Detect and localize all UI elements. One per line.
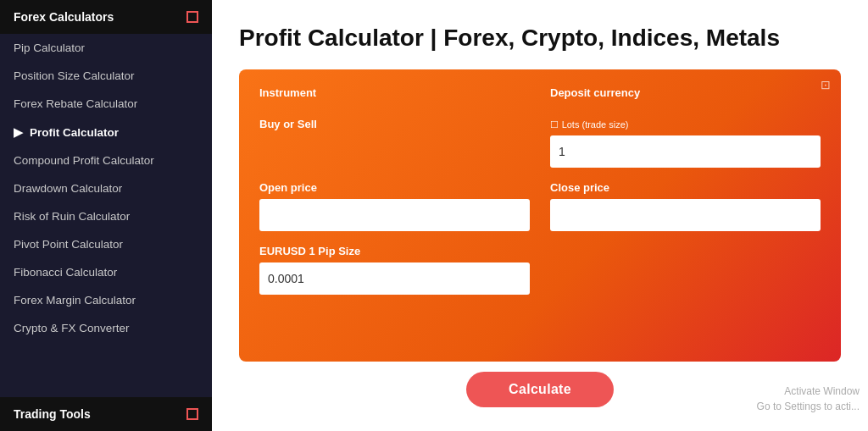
instrument-col: Instrument	[259, 86, 530, 104]
pip-size-col: EURUSD 1 Pip Size	[259, 245, 530, 295]
windows-watermark-line2: Go to Settings to acti...	[757, 399, 860, 414]
sidebar-item-label-forex-margin-calculator: Forex Margin Calculator	[14, 294, 136, 307]
sidebar-item-label-pivot-point-calculator: Pivot Point Calculator	[14, 238, 123, 251]
open-price-col: Open price	[259, 181, 530, 231]
active-arrow-icon: ▶	[14, 125, 23, 139]
sidebar-item-compound-profit-calculator[interactable]: Compound Profit Calculator	[0, 146, 212, 174]
calculate-button[interactable]: Calculate	[466, 372, 614, 407]
sidebar-item-label-drawdown-calculator: Drawdown Calculator	[14, 182, 122, 195]
page-title: Profit Calculator | Forex, Crypto, Indic…	[239, 24, 841, 52]
sidebar-item-fibonacci-calculator[interactable]: Fibonacci Calculator	[0, 258, 212, 286]
instrument-row: Instrument Deposit currency	[259, 86, 821, 104]
sidebar-footer[interactable]: Trading Tools	[0, 397, 212, 431]
lots-label: ☐ Lots (trade size)	[550, 118, 821, 130]
buy-sell-row: Buy or Sell ☐ Lots (trade size)	[259, 118, 821, 168]
sidebar-item-label-compound-profit-calculator: Compound Profit Calculator	[14, 154, 154, 167]
windows-watermark: Activate Window Go to Settings to acti..…	[757, 384, 860, 414]
deposit-currency-label: Deposit currency	[550, 86, 821, 99]
open-price-input[interactable]	[259, 199, 530, 231]
pip-size-row: EURUSD 1 Pip Size	[259, 245, 821, 295]
sidebar-item-profit-calculator[interactable]: ▶Profit Calculator	[0, 118, 212, 146]
sidebar-item-label-pip-calculator: Pip Calculator	[14, 41, 85, 54]
main-content: Profit Calculator | Forex, Crypto, Indic…	[212, 0, 868, 431]
sidebar-item-forex-margin-calculator[interactable]: Forex Margin Calculator	[0, 286, 212, 314]
sidebar-item-crypto-fx-converter[interactable]: Crypto & FX Converter	[0, 314, 212, 342]
sidebar-item-label-fibonacci-calculator: Fibonacci Calculator	[14, 266, 117, 279]
expand-icon[interactable]: ⊡	[821, 78, 831, 91]
sidebar-item-drawdown-calculator[interactable]: Drawdown Calculator	[0, 174, 212, 202]
sidebar-item-label-position-size-calculator: Position Size Calculator	[14, 69, 135, 82]
sidebar-item-forex-rebate-calculator[interactable]: Forex Rebate Calculator	[0, 90, 212, 118]
open-price-label: Open price	[259, 181, 530, 194]
sidebar: Forex Calculators Pip CalculatorPosition…	[0, 0, 212, 431]
sidebar-footer-label: Trading Tools	[14, 407, 91, 421]
close-price-input[interactable]	[550, 199, 821, 231]
lots-input[interactable]	[550, 135, 821, 168]
pip-size-label: EURUSD 1 Pip Size	[259, 245, 530, 257]
sidebar-item-position-size-calculator[interactable]: Position Size Calculator	[0, 62, 212, 90]
sidebar-item-pivot-point-calculator[interactable]: Pivot Point Calculator	[0, 230, 212, 258]
sidebar-item-risk-of-ruin-calculator[interactable]: Risk of Ruin Calculator	[0, 202, 212, 230]
price-row: Open price Close price	[259, 181, 821, 231]
sidebar-header-icon	[186, 11, 198, 23]
sidebar-item-pip-calculator[interactable]: Pip Calculator	[0, 34, 212, 62]
calculate-button-row: Calculate	[239, 372, 841, 407]
close-price-col: Close price	[550, 181, 821, 231]
pip-size-input[interactable]	[259, 262, 530, 295]
close-price-label: Close price	[550, 181, 821, 194]
sidebar-header[interactable]: Forex Calculators	[0, 0, 212, 34]
sidebar-footer-icon	[186, 408, 198, 420]
lots-label-text: Lots (trade size)	[562, 119, 629, 130]
instrument-label: Instrument	[259, 86, 530, 99]
windows-watermark-line1: Activate Window	[757, 384, 860, 399]
sidebar-header-label: Forex Calculators	[14, 10, 114, 24]
buy-sell-col: Buy or Sell	[259, 118, 530, 168]
sidebar-item-label-crypto-fx-converter: Crypto & FX Converter	[14, 322, 130, 334]
sidebar-item-label-risk-of-ruin-calculator: Risk of Ruin Calculator	[14, 210, 130, 223]
deposit-currency-col: Deposit currency	[550, 86, 821, 104]
sidebar-item-label-profit-calculator: Profit Calculator	[30, 126, 119, 139]
lots-checkbox[interactable]: ☐	[550, 119, 559, 130]
calculator-widget: ⊡ Instrument Deposit currency Buy or Sel…	[239, 69, 841, 362]
lots-col: ☐ Lots (trade size)	[550, 118, 821, 168]
buy-or-sell-label: Buy or Sell	[259, 118, 530, 130]
sidebar-item-label-forex-rebate-calculator: Forex Rebate Calculator	[14, 97, 137, 110]
pip-size-empty-col	[550, 245, 821, 295]
